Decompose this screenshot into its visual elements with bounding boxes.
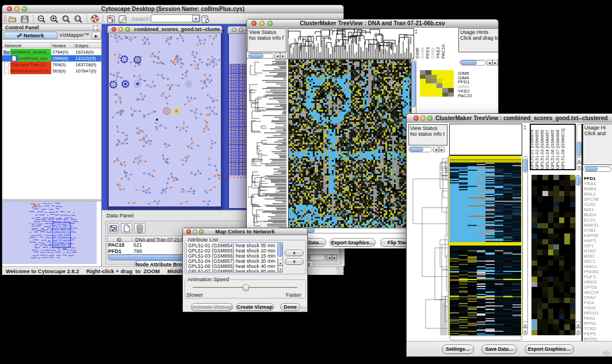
svg-text:1:1: 1:1 (75, 17, 80, 20)
